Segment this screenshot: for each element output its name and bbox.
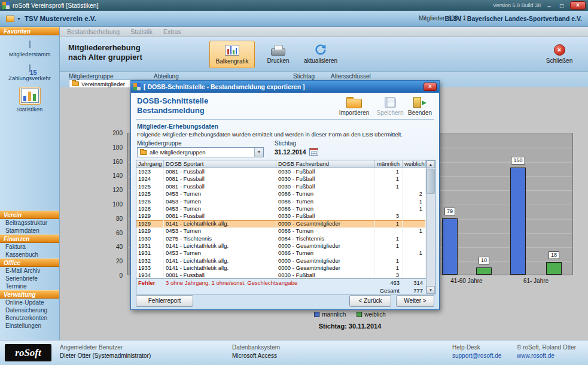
column-header-dosb-sportart[interactable]: DOSB Sportart <box>164 160 276 168</box>
table-row[interactable]: 19290453 - Turnen0086 - Turnen1 <box>136 227 426 235</box>
table-row[interactable]: 19240081 - Fussball0030 - Fußball1 <box>136 175 426 182</box>
import-button[interactable]: Importieren <box>337 95 371 116</box>
table-row[interactable]: 19320141 - Leichtathletik allg.0000 - Ge… <box>136 257 426 264</box>
column-header-jahrgang[interactable]: Jahrgang <box>136 160 164 168</box>
legend-item: weiblich <box>357 311 386 318</box>
chevron-down-icon[interactable]: ▼ <box>17 17 21 21</box>
close-view-button[interactable]: × Schließen <box>540 41 578 64</box>
sidebar-section-verein[interactable]: Verein <box>0 211 59 219</box>
bar-value-label: 150 <box>511 157 525 165</box>
scroll-up-icon[interactable]: ▲ <box>426 160 435 168</box>
support-email-link[interactable]: support@rosoft.de <box>452 352 501 359</box>
scrollbar-thumb[interactable] <box>426 169 435 194</box>
sidebar-item-termine[interactable]: Termine <box>0 282 59 290</box>
sidebar-item-statistiken[interactable]: Statistiken <box>0 83 59 114</box>
table-row[interactable]: 19310453 - Turnen0086 - Turnen1 <box>136 250 426 257</box>
close-button[interactable]: × <box>570 1 586 10</box>
table-cell: 0084 - Tischtennis <box>276 235 375 242</box>
table-row[interactable]: 19330141 - Leichtathletik allg.0000 - Ge… <box>136 264 426 272</box>
sidebar-item-stammdaten[interactable]: Stammdaten <box>0 227 59 235</box>
sidebar-item-benutzerkonten[interactable]: Benutzerkonten <box>0 314 59 322</box>
table-cell: 0141 - Leichtathletik allg. <box>164 242 276 250</box>
combobox-value: Vereinsmitglieder <box>81 81 125 87</box>
group-combobox[interactable]: alle Mitgliedergruppen ▼ <box>137 147 264 157</box>
refresh-icon <box>314 43 327 56</box>
table-row[interactable]: 19310141 - Leichtathletik allg.0000 - Ge… <box>136 242 426 250</box>
maximize-button[interactable]: □ <box>557 2 566 9</box>
table-cell: 1924 <box>136 175 164 182</box>
sidebar-section-finanzen[interactable]: Finanzen <box>0 235 59 243</box>
table-cell: 1 <box>375 242 403 250</box>
exit-button[interactable]: Beenden <box>403 95 437 116</box>
dialog-titlebar: [ DOSB-Schnittstelle - Bestandsmeldung e… <box>131 81 439 93</box>
sidebar-item-faktura[interactable]: Faktura <box>0 243 59 251</box>
minimize-button[interactable]: – <box>545 2 553 9</box>
table-cell: 1 <box>375 235 403 242</box>
sidebar-item-online-update[interactable]: Online-Update <box>0 299 59 306</box>
table-cell <box>375 205 403 212</box>
scroll-down-icon[interactable]: ▼ <box>426 286 435 294</box>
filter-label-abteilung: Abteilung <box>154 73 179 80</box>
table-row[interactable]: 19290141 - Leichtathletik allg.0000 - Ge… <box>136 220 426 227</box>
table-row[interactable]: 19250081 - Fussball0030 - Fußball1 <box>136 183 426 190</box>
sidebar-item-datensicherung[interactable]: Datensicherung <box>0 306 59 314</box>
table-cell: 1929 <box>136 212 164 220</box>
error-report-button[interactable]: Fehlerreport <box>136 295 193 307</box>
table-cell: 1930 <box>136 235 164 242</box>
statusbar-label: © roSoft, Roland Otter <box>517 344 576 351</box>
sidebar-item-e-mail-archiv[interactable]: E-Mail Archiv <box>0 267 59 275</box>
refresh-button[interactable]: aktualisieren <box>299 41 342 64</box>
sidebar-section-favoriten[interactable]: Favoriten <box>0 27 59 35</box>
club-bar: ▼ TSV Musterverein e.V. Mitglieder: 308 … <box>0 11 588 27</box>
table-row[interactable]: 19260453 - Turnen0086 - Turnen1 <box>136 198 426 205</box>
table-cell: 1 <box>375 183 403 190</box>
association-name: BLSV - Bayerischer Landes-Sportverband e… <box>444 15 582 22</box>
sidebar-item-kassenbuch[interactable]: Kassenbuch <box>0 251 59 258</box>
page-header: Mitgliedererhebung nach Alter gruppiert … <box>60 37 588 72</box>
table-cell <box>375 250 403 257</box>
date-field[interactable]: 31.12.2014 <box>275 148 318 156</box>
table-cell <box>375 198 403 205</box>
table-scrollbar[interactable]: ▲ ▼ <box>426 160 435 294</box>
sidebar-section-office[interactable]: Office <box>0 258 59 267</box>
female-sum: 314 <box>403 279 426 287</box>
table-cell: 1928 <box>136 205 164 212</box>
sidebar-item-zahlungsverkehr[interactable]: 15 Zahlungsverkehr <box>0 59 59 83</box>
menu-item-bestandserhebung[interactable]: Bestandserhebung <box>67 28 120 35</box>
statusbar-label: Datenbanksystem <box>232 344 280 351</box>
filter-label-stichtag: Stichtag <box>293 73 315 80</box>
sidebar-section-verwaltung[interactable]: Verwaltung <box>0 290 59 299</box>
column-header-dosb-fachverband[interactable]: DOSB Fachverband <box>276 160 375 168</box>
sidebar-item-beitragsstruktur[interactable]: Beitragsstruktur <box>0 219 59 227</box>
table-row[interactable]: 19230081 - Fussball0030 - Fußball1 <box>136 168 426 175</box>
tool-label: Balkengrafik <box>210 58 254 65</box>
column-header-weiblich[interactable]: weiblich <box>403 160 426 168</box>
dialog-close-button[interactable]: × <box>424 83 437 91</box>
menu-item-extras[interactable]: Extras <box>163 28 181 35</box>
table-cell: 0453 - Turnen <box>164 250 276 257</box>
back-button[interactable]: < Zurück <box>349 295 391 307</box>
tool-label: Importieren <box>337 110 371 116</box>
sidebar-item-einstellungen[interactable]: Einstellungen <box>0 322 59 330</box>
table-row[interactable]: 19290081 - Fussball0030 - Fußball3 <box>136 212 426 220</box>
menu-item-statistik[interactable]: Statistik <box>130 28 153 35</box>
dialog-title: [ DOSB-Schnittstelle - Bestandsmeldung e… <box>144 83 305 90</box>
table-row[interactable]: 19250453 - Turnen0086 - Turnen2 <box>136 190 426 197</box>
website-link[interactable]: www.rosoft.de <box>517 352 576 359</box>
sidebar-item-mitgliederstamm[interactable]: Mitgliederstamm <box>0 35 59 59</box>
sidebar-item-serienbriefe[interactable]: Serienbriefe <box>0 275 59 282</box>
print-button[interactable]: Drucken <box>261 41 295 64</box>
chart-bar-weiblich <box>546 262 562 275</box>
combobox-arrow[interactable]: ▼ <box>254 148 263 157</box>
table-row[interactable]: 19300275 - Tischtennis0084 - Tischtennis… <box>136 235 426 242</box>
dialog-heading-line2: Bestandsmeldung <box>137 106 208 115</box>
column-header-männlich[interactable]: männlich <box>375 160 403 168</box>
bar-chart-button[interactable]: Balkengrafik <box>209 41 255 68</box>
table-cell: 0275 - Tischtennis <box>164 235 276 242</box>
table-row[interactable]: 19280453 - Turnen0086 - Turnen1 <box>136 205 426 212</box>
calendar-picker-icon[interactable] <box>309 148 318 156</box>
next-button[interactable]: Weiter > <box>396 295 434 307</box>
table-cell: 1 <box>375 257 403 264</box>
folder-icon <box>140 150 147 155</box>
y-tick-label: 20 <box>107 258 123 264</box>
